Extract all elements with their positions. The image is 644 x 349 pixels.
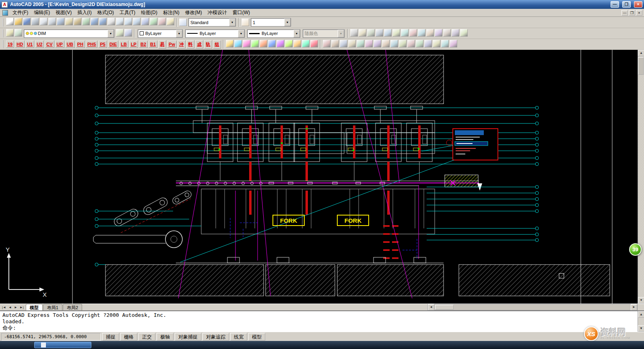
toolbar-grip[interactable]: [2, 18, 4, 27]
menu-modify[interactable]: 修改(M): [182, 8, 205, 17]
toolbar-grip[interactable]: [2, 40, 4, 48]
cut-icon[interactable]: [57, 18, 64, 25]
chevron-down-icon[interactable]: ▼: [293, 30, 300, 37]
die-tool-14-icon[interactable]: [433, 40, 440, 47]
zoom-previous-icon[interactable]: [133, 18, 140, 25]
tool-chong[interactable]: 冲: [178, 40, 186, 49]
stamp-tool-1-icon[interactable]: [226, 40, 233, 47]
menu-view[interactable]: 视图(V): [53, 8, 74, 17]
make-object-layer-current-icon[interactable]: [116, 29, 124, 37]
layer-properties-manager-icon[interactable]: [6, 29, 14, 37]
die-tool-1-icon[interactable]: [323, 40, 330, 47]
menu-dimension[interactable]: 标注(N): [160, 8, 182, 17]
distance-tool-icon[interactable]: [401, 29, 409, 37]
tool-u2[interactable]: U2: [35, 41, 44, 48]
id-point-icon[interactable]: [418, 29, 425, 37]
osnap-toggle[interactable]: 对象捕捉: [175, 333, 201, 341]
scroll-down-icon[interactable]: ▼: [638, 325, 644, 332]
lineweight-combo[interactable]: ByLayer ▼: [247, 29, 300, 38]
help-icon[interactable]: [167, 18, 174, 25]
die-tool-3-icon[interactable]: [340, 40, 347, 47]
scroll-up-icon[interactable]: ▲: [638, 311, 644, 318]
messenger-badge[interactable]: 39: [629, 243, 642, 256]
menu-die-design[interactable]: 冲模设计: [205, 8, 230, 17]
otrack-toggle[interactable]: 对象追踪: [202, 333, 229, 341]
linetype-combo[interactable]: ByLayer ▼: [185, 29, 245, 38]
quick-calc-icon[interactable]: [435, 29, 442, 37]
menu-draw[interactable]: 绘图(D): [138, 8, 160, 17]
menu-window[interactable]: 窗口(W): [230, 8, 253, 17]
scroll-down-icon[interactable]: ▼: [638, 297, 644, 304]
first-tab-icon[interactable]: |◄: [1, 306, 7, 309]
die-tool-7-icon[interactable]: [374, 40, 381, 47]
stamp-tool-3-icon[interactable]: [243, 40, 250, 47]
command-scrollbar[interactable]: ▲ ▼: [638, 311, 644, 332]
die-tool-11-icon[interactable]: [407, 40, 415, 47]
tool-u1[interactable]: U1: [25, 41, 34, 48]
menu-insert[interactable]: 插入(I): [74, 8, 94, 17]
menu-tools[interactable]: 工具(T): [117, 8, 138, 17]
zoom-window-icon[interactable]: [124, 18, 132, 25]
stamp-tool-9-icon[interactable]: [293, 40, 301, 47]
command-input-line[interactable]: 命令:: [2, 325, 642, 331]
horizontal-scrollbar[interactable]: ◄ ►: [427, 304, 638, 310]
hatch-tool-icon[interactable]: [359, 29, 366, 37]
regen-tool-icon[interactable]: [460, 29, 468, 37]
chevron-down-icon[interactable]: ▼: [229, 18, 235, 26]
tool-up[interactable]: UP: [55, 41, 64, 48]
model-space-viewport[interactable]: FORK FORK Y X ▲ ▼ 39: [0, 50, 644, 304]
die-tool-5-icon[interactable]: [357, 40, 364, 47]
undo-icon[interactable]: [91, 18, 98, 25]
tool-lb[interactable]: LB: [119, 41, 128, 48]
close-button[interactable]: ×: [634, 1, 642, 8]
tool-die[interactable]: DIE: [108, 41, 118, 48]
open-icon[interactable]: [14, 18, 22, 25]
stamp-tool-5-icon[interactable]: [260, 40, 267, 47]
tool-p5[interactable]: P5: [98, 41, 107, 48]
die-tool-12-icon[interactable]: [416, 40, 423, 47]
vertical-scrollbar[interactable]: ▲ ▼: [638, 50, 644, 304]
tool-cheng[interactable]: 成: [195, 40, 203, 49]
chevron-down-icon[interactable]: ▼: [238, 30, 244, 37]
stamp-tool-11-icon[interactable]: [310, 40, 318, 47]
plot-preview-icon[interactable]: [40, 18, 47, 25]
document-system-icon[interactable]: [2, 10, 8, 16]
die-tool-2-icon[interactable]: [331, 40, 339, 47]
die-tool-8-icon[interactable]: [382, 40, 390, 47]
layer-combo[interactable]: DIM ▼: [24, 29, 114, 38]
command-window[interactable]: AutoCAD Express Tools Copyright ?2000 Au…: [0, 310, 644, 332]
scroll-left-icon[interactable]: ◄: [428, 304, 434, 310]
last-tab-icon[interactable]: ►|: [19, 306, 25, 309]
publish-icon[interactable]: [48, 18, 56, 25]
save-icon[interactable]: [23, 18, 31, 25]
tool-19[interactable]: 19: [6, 41, 14, 48]
designcenter-icon[interactable]: [150, 18, 157, 25]
prev-tab-icon[interactable]: ◄: [7, 306, 13, 309]
boundary-icon[interactable]: [367, 29, 375, 37]
layer-previous-icon[interactable]: [124, 29, 132, 37]
vertical-scroll-track[interactable]: [638, 75, 644, 297]
snap-toggle[interactable]: 捕捉: [102, 333, 119, 341]
tool-cv[interactable]: CV: [45, 41, 54, 48]
die-tool-10-icon[interactable]: [399, 40, 407, 47]
tool-ph[interactable]: PH: [76, 41, 85, 48]
menu-file[interactable]: 文件(F): [10, 8, 31, 17]
chevron-down-icon[interactable]: ▼: [284, 18, 291, 26]
tool-b2[interactable]: B2: [139, 41, 148, 48]
maximize-button[interactable]: ❐: [622, 1, 631, 8]
vertical-scroll-thumb[interactable]: [638, 57, 644, 75]
field-tool-icon[interactable]: [443, 29, 451, 37]
coordinate-readout[interactable]: -68156.5741, 29675.9068, 0.0000: [1, 333, 101, 341]
toolbar-grip[interactable]: [2, 29, 4, 37]
tool-ph5[interactable]: PH5: [86, 41, 97, 48]
area-tool-icon[interactable]: [409, 29, 417, 37]
mdi-restore-button[interactable]: ❐: [629, 10, 635, 16]
table-tool-icon[interactable]: [384, 29, 392, 37]
text-style-icon[interactable]: [179, 18, 187, 26]
chevron-down-icon[interactable]: ▼: [176, 30, 182, 37]
scroll-right-icon[interactable]: ►: [631, 304, 637, 310]
plot-icon[interactable]: [31, 18, 39, 25]
tool-palettes-icon[interactable]: [158, 18, 166, 25]
die-tool-13-icon[interactable]: [424, 40, 432, 47]
die-tool-15-icon[interactable]: [441, 40, 449, 47]
